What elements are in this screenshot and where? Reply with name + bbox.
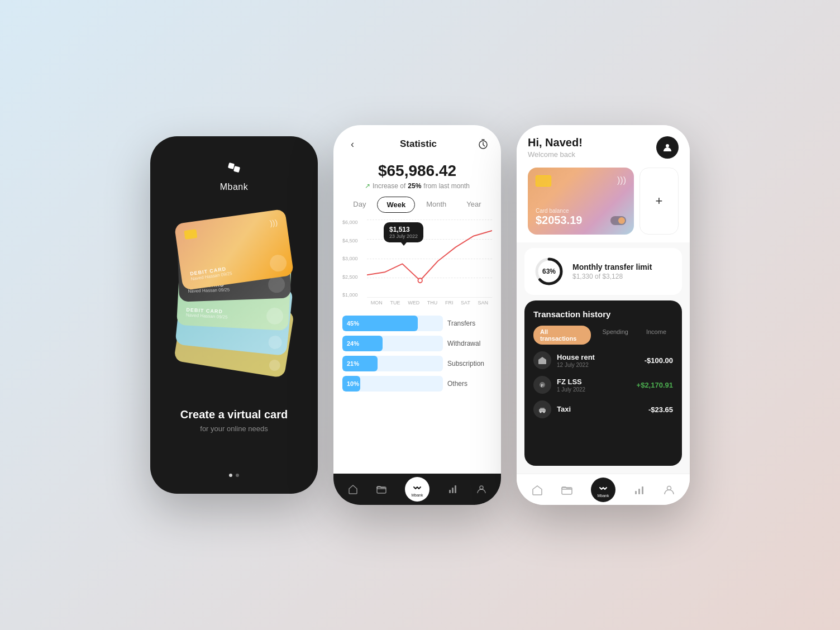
bar-label-withdrawal: Withdrawal	[447, 340, 492, 347]
phone1-headline: Create a virtual card	[180, 408, 288, 421]
period-tabs: Day Week Month Year	[333, 197, 501, 219]
logo-text: Mbank	[220, 182, 249, 192]
tx-name-fz: FZ LSS	[557, 378, 631, 386]
avatar[interactable]	[656, 136, 679, 159]
svg-rect-21	[642, 486, 643, 494]
y-label-3: $3,000	[342, 256, 358, 261]
add-card-button[interactable]: +	[639, 168, 679, 235]
chip-icon	[536, 175, 551, 187]
tx-tab-all[interactable]: All transactions	[533, 326, 591, 345]
x-label-thu: THU	[427, 300, 438, 306]
tx-tabs: All transactions Spending Income	[533, 326, 673, 345]
x-label-sat: SAT	[461, 300, 470, 306]
logo-area: Mbank	[220, 159, 249, 192]
nav-user-icon[interactable]	[476, 484, 486, 494]
tx-date-house: 12 July 2022	[557, 362, 639, 368]
svg-rect-15	[540, 408, 545, 409]
stat-amount-value: $65,986.42	[345, 162, 490, 180]
bar-pct-others: 10%	[347, 380, 359, 387]
tx-date-fz: 1 July 2022	[557, 386, 631, 393]
tab-year[interactable]: Year	[457, 197, 490, 213]
chart-y-labels: $6,000 $4,500 $3,000 $2,500 $1,000	[342, 219, 358, 298]
phone2-header: ‹ Statistic	[333, 125, 501, 157]
phone-dashboard: Hi, Naved! Welcome back )))	[517, 125, 690, 505]
nfc-icon: )))	[617, 175, 626, 185]
y-label-1: $6,000	[342, 219, 358, 225]
nav-mbank-button[interactable]: Mbank	[405, 477, 429, 502]
main-debit-card: ))) Card balance $2053.19	[528, 168, 634, 235]
phone2-nav: Mbank	[333, 474, 501, 505]
phone1-sub: for your online needs	[180, 424, 288, 433]
transaction-history: Transaction history All transactions Spe…	[524, 300, 682, 466]
tx-amount-fz: +$2,170.91	[637, 381, 673, 389]
bar-fill-others: 10%	[342, 376, 360, 392]
svg-point-8	[480, 486, 483, 489]
bar-track-withdrawal: 24%	[342, 336, 443, 351]
p3-nav-mbank[interactable]: Mbank	[591, 478, 615, 502]
bar-track-subscription: 21%	[342, 356, 443, 371]
p3-nav-mbank-label: Mbank	[597, 494, 609, 498]
tab-day[interactable]: Day	[344, 197, 375, 213]
phone3-top: Hi, Naved! Welcome back )))	[517, 125, 690, 242]
tx-icon-house	[533, 351, 551, 369]
bar-pct-withdrawal: 24%	[347, 340, 359, 347]
chart-tooltip: $1,513 23 July 2022	[384, 222, 423, 242]
p3-nav-user[interactable]	[664, 484, 675, 495]
svg-rect-7	[455, 485, 456, 493]
p3-nav-chart[interactable]	[634, 484, 645, 495]
increase-prefix: Increase of	[373, 182, 405, 190]
tx-name-house: House rent	[557, 353, 639, 361]
x-label-wed: WED	[408, 300, 419, 306]
tx-tab-income[interactable]: Income	[639, 326, 673, 345]
nav-chart-icon[interactable]	[448, 484, 458, 494]
stat-increase: ↗ Increase of 25% from last month	[333, 182, 501, 197]
svg-rect-0	[228, 163, 235, 169]
back-button[interactable]: ‹	[345, 136, 360, 152]
x-label-fri: FRI	[445, 300, 454, 306]
card-toggle[interactable]	[610, 216, 626, 225]
p3-nav-folder[interactable]	[561, 484, 572, 495]
tx-amount-taxi: -$23.65	[648, 405, 673, 414]
bar-subscription: 21% Subscription	[342, 356, 492, 371]
p3-nav-home[interactable]	[532, 484, 543, 495]
greeting-row: Hi, Naved! Welcome back	[528, 136, 679, 159]
bar-pct-subscription: 21%	[347, 360, 359, 367]
bar-label-others: Others	[447, 380, 492, 388]
donut-label: 63%	[542, 268, 556, 275]
chart-plot: $1,513 23 July 2022	[367, 219, 492, 298]
cards-stack: ))) DEBIT CARD Naved Hassan 09/25 ))) DE…	[167, 216, 301, 373]
y-label-2: $4,500	[342, 238, 358, 244]
increase-pct: 25%	[408, 182, 421, 190]
chart-x-labels: MON TUE WED THU FRI SAT SAN	[367, 298, 492, 306]
increase-suffix: from last month	[423, 182, 470, 190]
tx-house-rent: House rent 12 July 2022 -$100.00	[533, 351, 673, 369]
timer-icon[interactable]	[476, 137, 490, 151]
tx-icon-taxi	[533, 400, 551, 418]
main-card-top: )))	[536, 175, 626, 187]
tab-month[interactable]: Month	[417, 197, 455, 213]
x-label-mon: MON	[371, 300, 383, 306]
mbank-logo-icon	[224, 159, 244, 179]
y-label-5: $1,000	[342, 292, 358, 298]
tx-tab-spending[interactable]: Spending	[595, 326, 635, 345]
tx-header: Transaction history	[533, 309, 673, 319]
card-balance-row: $2053.19	[536, 214, 626, 227]
add-card-icon: +	[656, 194, 663, 208]
x-label-san: SAN	[478, 300, 489, 306]
tx-details-fz: FZ LSS 1 July 2022	[557, 378, 631, 393]
svg-text:F: F	[541, 383, 544, 388]
tx-amount-house: -$100.00	[645, 356, 673, 365]
nav-folder-icon[interactable]	[376, 484, 386, 494]
page-title: Statistic	[400, 139, 437, 150]
nav-home-icon[interactable]	[348, 484, 358, 494]
bar-pct-transfers: 45%	[347, 320, 359, 327]
bar-fill-withdrawal: 24%	[342, 336, 383, 351]
bar-label-subscription: Subscription	[447, 360, 492, 367]
card-toggle-dot	[618, 217, 625, 224]
bar-track-others: 10%	[342, 376, 443, 392]
phone-statistic: ‹ Statistic $65,986.42 ↗ Increase of 25%…	[333, 125, 501, 505]
tab-week[interactable]: Week	[377, 197, 415, 213]
svg-point-3	[418, 278, 422, 283]
svg-rect-1	[233, 166, 240, 173]
transfer-info: Monthly transfer limit $1,330 of $3,128	[572, 262, 652, 280]
